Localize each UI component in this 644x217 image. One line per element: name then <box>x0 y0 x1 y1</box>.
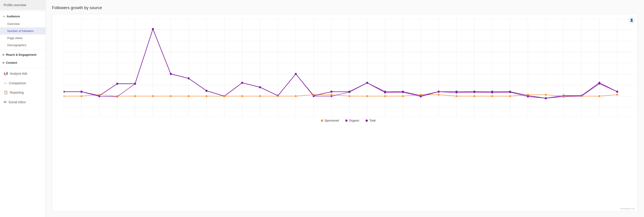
sidebar-item-social-inbox[interactable]: ✉ Social Inbox <box>0 97 46 107</box>
sponsored-dot <box>527 94 529 96</box>
chevron-right-icon-2: ▶ <box>3 61 4 64</box>
main-content: Followers growth by source 👤 <box>46 0 644 217</box>
content-label: Content <box>6 61 17 64</box>
total-square <box>64 91 64 93</box>
sponsored-dot <box>598 95 600 97</box>
total-square <box>474 91 475 93</box>
total-square <box>295 73 297 75</box>
legend-total: Total <box>366 119 375 122</box>
reporting-label: Reporting <box>10 91 24 94</box>
total-square <box>456 91 458 93</box>
social-inbox-icon: ✉ <box>4 100 6 104</box>
sponsored-dot <box>64 95 64 97</box>
chevron-down-icon: ▼ <box>3 15 5 18</box>
total-square <box>384 91 386 93</box>
watermark: sotrender.com <box>620 207 635 210</box>
sidebar-item-profile-overview[interactable]: Profile overview <box>0 0 46 10</box>
sidebar-item-reporting[interactable]: 📋 Reporting <box>0 88 46 97</box>
sidebar-group-audience[interactable]: ▼ Audience <box>0 12 46 20</box>
chart-title: Followers growth by source <box>52 6 638 10</box>
sidebar-item-comparison[interactable]: ↔ Comparison <box>0 78 46 88</box>
total-square <box>170 73 172 75</box>
sponsored-dot <box>366 95 368 97</box>
sponsored-dot <box>545 94 546 96</box>
total-square-legend <box>366 119 368 122</box>
number-of-followers-label: Number of followers <box>7 29 34 33</box>
sidebar-group-content[interactable]: ▶ Content <box>0 59 46 67</box>
total-label: Total <box>369 119 375 122</box>
page-views-label: Page views <box>7 36 22 40</box>
total-square <box>134 83 136 85</box>
chart-svg: 17.5 15 12.5 10 7.5 5 2.5 0 -2.5 23 Jul … <box>64 19 633 117</box>
organic-line <box>64 29 617 98</box>
sponsored-dot <box>456 95 458 97</box>
sidebar-group-reach-engagement[interactable]: ▶ Reach & Engagement <box>0 51 46 59</box>
social-inbox-label: Social Inbox <box>8 100 26 104</box>
sidebar-item-analyze-ads[interactable]: 📢 Analyze Ads <box>0 69 46 78</box>
chart-area: 17.5 15 12.5 10 7.5 5 2.5 0 -2.5 23 Jul … <box>64 19 633 117</box>
total-square <box>206 90 208 92</box>
chart-legend: Sponsored Organic Total <box>64 119 633 122</box>
total-square <box>366 82 368 84</box>
organic-label: Organic <box>349 119 360 122</box>
sponsored-dot <box>384 95 386 97</box>
sidebar-item-number-of-followers[interactable]: Number of followers <box>0 28 46 35</box>
total-square <box>509 91 511 93</box>
sidebar: Profile overview ▼ Audience Overview Num… <box>0 0 46 217</box>
total-square <box>402 91 404 93</box>
sponsored-dot <box>402 95 404 97</box>
sponsored-dot <box>580 95 582 97</box>
sponsored-dot <box>259 95 261 97</box>
organic-dot-legend <box>345 119 348 122</box>
sponsored-dot <box>295 95 297 97</box>
comparison-label: Comparison <box>9 81 26 85</box>
sponsored-dot <box>331 94 332 96</box>
profile-overview-label: Profile overview <box>4 3 26 7</box>
total-square <box>152 28 154 30</box>
total-square <box>80 91 82 93</box>
sponsored-dot <box>616 94 618 96</box>
chart-container: 👤 <box>52 14 638 211</box>
sponsored-dot <box>241 95 243 97</box>
sponsored-dot-legend <box>321 119 323 122</box>
sponsored-dot <box>206 95 208 97</box>
sponsored-dot <box>420 94 422 96</box>
sidebar-item-page-views[interactable]: Page views <box>0 35 46 42</box>
overview-label: Overview <box>7 22 20 26</box>
comparison-icon: ↔ <box>4 81 7 85</box>
legend-sponsored: Sponsored <box>321 119 339 122</box>
reach-engagement-label: Reach & Engagement <box>6 53 36 56</box>
sponsored-dot <box>474 95 475 97</box>
reporting-icon: 📋 <box>4 90 8 95</box>
sponsored-dot <box>188 95 190 97</box>
sponsored-dot <box>491 95 493 97</box>
total-square <box>616 91 618 93</box>
demographics-label: Demographics <box>7 43 26 47</box>
sidebar-item-overview[interactable]: Overview <box>0 20 46 28</box>
chevron-right-icon: ▶ <box>3 53 4 56</box>
total-square <box>491 91 493 93</box>
sponsored-dot <box>80 95 82 97</box>
total-square <box>438 91 440 93</box>
sponsored-dot <box>170 95 172 97</box>
sponsored-dot <box>509 95 511 97</box>
total-square <box>241 82 243 84</box>
sponsored-dot <box>277 95 279 97</box>
total-square <box>188 77 190 79</box>
total-square <box>331 91 332 93</box>
sidebar-item-demographics[interactable]: Demographics <box>0 42 46 49</box>
sponsored-dot <box>152 95 154 97</box>
total-square <box>259 86 261 88</box>
total-square <box>598 82 600 84</box>
audience-group-label: Audience <box>6 15 20 18</box>
sponsored-dot <box>116 95 118 97</box>
sponsored-dot <box>98 94 100 96</box>
sponsored-dot <box>224 95 225 97</box>
total-square <box>545 97 546 99</box>
sponsored-dot <box>348 95 350 97</box>
total-line <box>64 29 617 98</box>
sponsored-line <box>64 95 617 96</box>
analyze-ads-icon: 📢 <box>4 72 8 76</box>
analyze-ads-label: Analyze Ads <box>10 72 27 75</box>
total-square <box>348 91 350 93</box>
